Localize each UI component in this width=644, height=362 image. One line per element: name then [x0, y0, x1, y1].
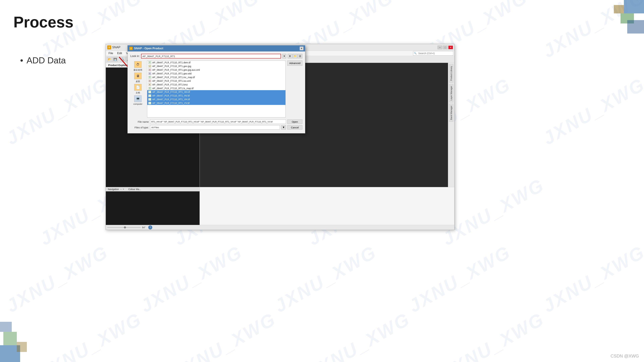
files-of-type-dropdown[interactable]: ▼	[281, 125, 286, 130]
bullet-dot: •	[20, 55, 23, 65]
computer-label: computer	[133, 103, 142, 105]
watermark: JXNU_XWG	[271, 241, 380, 317]
view-options-button[interactable]: ☰	[298, 54, 302, 58]
go-up-button[interactable]: ⬆	[288, 54, 292, 58]
maximize-button[interactable]: □	[443, 45, 448, 49]
sidebar-band-manager[interactable]: Band Manager	[449, 104, 453, 122]
watermark: JXNU_XWG	[170, 308, 280, 362]
dialog-nav: ⏱ 最近使用 🖥 桌面 📄 文档 💻 computer	[130, 60, 146, 117]
lookin-dropdown-btn[interactable]: ▼	[282, 54, 286, 58]
file-icon-tif3: T	[148, 87, 151, 90]
close-button[interactable]: ✕	[448, 45, 453, 49]
documents-icon: 📄	[134, 84, 142, 91]
tab-colour-label: Colour Ma...	[128, 188, 141, 191]
documents-label: 文档	[136, 91, 140, 94]
watermark: JXNU_XWG	[2, 241, 112, 317]
dialog-nav-recent[interactable]: ⏱ 最近使用	[131, 61, 144, 71]
list-item[interactable]: J AP_06447_PLR_F7110_RT1.geo.jpg	[147, 64, 286, 68]
file-icon-jpg: J	[148, 65, 151, 67]
toolbar-open-btn[interactable]: 📂	[107, 57, 112, 62]
list-item[interactable]: T AP_06447_PLR_F7110_RT1_VH.tif	[147, 97, 286, 101]
menu-edit[interactable]: Edit	[116, 51, 124, 55]
file-icon-vh: T	[148, 98, 151, 101]
lookin-label: Look in:	[130, 55, 140, 58]
cancel-button[interactable]: Cancel	[287, 125, 302, 130]
dialog-nav-desktop[interactable]: 🖥 桌面	[131, 72, 144, 83]
recent-label: 最近使用	[134, 68, 142, 71]
lookin-bar: Look in: ▼ ⬆ 📁 ☰	[130, 54, 302, 58]
help-button[interactable]: ?	[148, 225, 152, 229]
files-of-type-label: Files of type:	[130, 126, 149, 129]
close-nav-icon[interactable]: ✕	[122, 188, 124, 190]
tab-colour-manipulation[interactable]: Colour Ma...	[126, 187, 143, 191]
nav-arrow-icon: ↔	[120, 188, 122, 190]
file-icon-hh: T	[148, 91, 151, 93]
watermark: JXNU_XWG	[36, 308, 146, 362]
dialog-nav-documents[interactable]: 📄 文档	[131, 84, 144, 94]
zoom-slider[interactable]	[107, 227, 141, 228]
list-item[interactable]: K AP_06447_PLR_F7110_RT1.kmz	[147, 83, 286, 86]
filename: AP_06447_PLR_F7110_RT1_VV.tif	[152, 102, 190, 104]
desktop-label: 桌面	[136, 80, 140, 83]
file-name-input[interactable]	[150, 119, 286, 124]
dialog-file-list[interactable]: T AP_06447_PLR_F7110_RT1.dem.tif J AP_06…	[147, 60, 286, 117]
menu-file[interactable]: File	[107, 51, 115, 55]
list-item[interactable]: X AP_06447_PLR_F7110_RT1.geo.jpg.aux.xml	[147, 68, 286, 72]
watermark: JXNU_XWG	[136, 241, 246, 317]
filename: AP_06447_PLR_F7110_RT1.ls_map.tif	[152, 87, 194, 90]
filetype-row: Files of type: ▼ Cancel	[130, 125, 302, 130]
list-item[interactable]: T AP_06447_PLR_F7110_RT1.ls_map.tif	[147, 86, 286, 90]
snap-statusbar: 64° ?	[106, 225, 454, 230]
nav-panel-tabs: Navigation ↔ ✕ Colour Ma...	[106, 187, 200, 191]
file-icon-tif2: T	[148, 76, 151, 79]
list-item[interactable]: X AP_06447_PLR_F7110_RT1.iso.xml	[147, 79, 286, 83]
list-item[interactable]: T AP_06447_PLR_F7110_RT1_VV.tif	[147, 101, 286, 105]
snap-window-title: SNAP	[112, 45, 120, 49]
dialog-nav-computer[interactable]: 💻 computer	[131, 95, 144, 105]
files-of-type-input[interactable]	[150, 125, 280, 130]
list-item[interactable]: T AP_06447_PLR_F7110_RT1_HH.tif	[147, 90, 286, 94]
sidebar-product-library[interactable]: Product Library	[449, 64, 453, 83]
filename: AP_06447_PLR_F7110_RT1.dem.tif	[152, 61, 190, 64]
file-icon-xml: X	[148, 68, 151, 71]
bullet-add-data: ADD Data	[26, 55, 66, 65]
watermark: JXNU_XWG	[539, 241, 644, 317]
snap-titlebar-left: S SNAP	[107, 45, 120, 49]
dialog-close-button[interactable]: ✕	[300, 46, 304, 50]
list-item[interactable]: T AP_06447_PLR_F7110_RT1.dem.tif	[147, 61, 286, 64]
desktop-icon: 🖥	[134, 72, 142, 79]
list-item[interactable]: T AP_06447_PLR_F7110_RT1.inc_map.tif	[147, 75, 286, 79]
dialog-bottom-rows: File name Open Files of type: ▼ Cancel	[130, 119, 302, 130]
filename: AP_06447_PLR_F7110_RT1.inc_map.tif	[152, 76, 195, 79]
lookin-input[interactable]	[141, 54, 281, 58]
lookin-nav-buttons: ⬆ 📁 ☰	[288, 54, 302, 58]
filename: AP_06447_PLR_F7110_RT1_HV.tif	[152, 94, 190, 97]
advanced-button[interactable]: Advanced	[287, 60, 302, 66]
minimize-button[interactable]: ─	[438, 45, 442, 49]
watermark: JXNU_XWG	[405, 241, 514, 317]
create-folder-button[interactable]: 📁	[293, 54, 297, 58]
open-button[interactable]: Open	[287, 119, 302, 124]
sidebar-layer-manager[interactable]: Layer Manager	[449, 84, 453, 102]
file-name-label: File name	[130, 120, 149, 123]
search-input[interactable]	[417, 51, 448, 55]
recent-icon: ⏱	[134, 61, 142, 68]
file-icon-tif: T	[148, 61, 151, 64]
file-icon-xml2: X	[148, 80, 151, 82]
open-product-dialog: S SNAP - Open Product ✕ Look in: ▼ ⬆ 📁 ☰…	[128, 45, 305, 133]
toolbar-zoom-in-btn[interactable]: 🔍	[120, 57, 126, 62]
list-item[interactable]: G AP_06447_PLR_F7110_RT1.geo.wld	[147, 72, 286, 75]
filename: AP_06447_PLR_F7110_RT1.iso.xml	[152, 80, 191, 82]
watermark: JXNU_XWG	[438, 174, 548, 250]
toolbar-save-btn[interactable]: 💾	[112, 57, 118, 62]
snap-window-controls: ─ □ ✕	[438, 45, 453, 49]
list-item[interactable]: T AP_06447_PLR_F7110_RT1_HV.tif	[147, 94, 286, 97]
file-icon-kmz: K	[148, 83, 151, 86]
dialog-titlebar: S SNAP - Open Product ✕	[128, 45, 305, 51]
watermark: JXNU_XWG	[2, 73, 112, 149]
watermark: JXNU_XWG	[438, 308, 548, 362]
dialog-title-left: S SNAP - Open Product	[129, 47, 163, 50]
tab-navigation[interactable]: Navigation ↔ ✕	[106, 187, 126, 191]
watermark: JXNU_XWG	[539, 73, 644, 149]
navigation-content	[106, 191, 200, 225]
